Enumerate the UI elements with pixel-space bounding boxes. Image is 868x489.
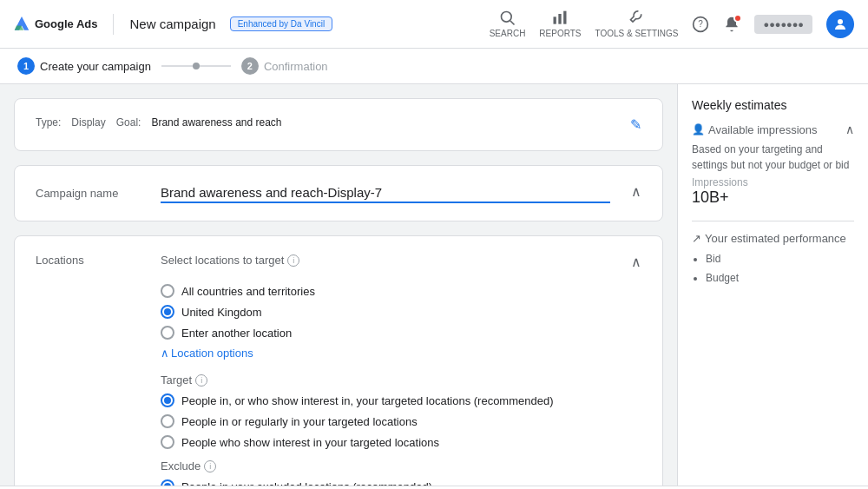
impressions-value: 10B+ [692,188,854,207]
step-2-label: Confirmation [264,60,328,73]
nav-left: Google Ads New campaign Enhanced by Da V… [14,14,332,35]
tools-icon [628,10,646,27]
locations-row: Locations Select locations to target i ∧… [36,254,641,486]
reports-nav-button[interactable]: REPORTS [539,10,581,38]
location-option-all[interactable]: All countries and territories [161,284,641,298]
locations-info-icon[interactable]: i [287,254,299,267]
target-option-3[interactable]: People who show interest in your targete… [161,435,641,449]
impressions-value-section: Impressions 10B+ [692,176,854,207]
step-1: 1 Create your campaign [17,57,151,75]
location-radio-uk [161,305,174,319]
locations-section-header: Select locations to target i ∧ [161,254,641,274]
target-radio-3 [161,435,174,449]
type-value: Display [71,116,105,129]
campaign-name-card: Campaign name ∧ [14,165,663,221]
app-name-label: Google Ads [35,17,97,30]
target-info-icon[interactable]: i [195,374,207,387]
est-item-budget: Budget [706,269,854,288]
campaign-name-input[interactable] [161,183,610,203]
impressions-section-header: 👤 Available impressions ∧ [692,122,854,136]
impressions-header-left: 👤 Available impressions [692,123,818,136]
locations-collapse-button[interactable]: ∧ [631,254,641,270]
enhanced-label: Enhanced by Da Vincil [238,19,325,29]
reports-nav-label: REPORTS [539,29,581,38]
est-performance-header: ↗ Your estimated performance [692,232,854,245]
campaign-name-collapse-button[interactable]: ∧ [631,183,641,200]
tools-nav-label: TOOLS & SETTINGS [595,29,679,38]
connector-line [161,65,231,67]
type-row: Type: Display Goal: Brand awareness and … [36,116,282,129]
exclude-label: Exclude i [161,459,641,472]
bottom-bar: Export CSV [0,486,868,489]
target-label: Target i [161,373,641,387]
step-2: 2 Confirmation [241,57,328,75]
campaign-name-label: New campaign [129,17,215,31]
target-radio-1 [161,393,174,407]
main-layout: Type: Display Goal: Brand awareness and … [0,84,868,486]
tools-nav-button[interactable]: TOOLS & SETTINGS [595,10,679,38]
edit-type-button[interactable]: ✎ [630,116,641,133]
svg-rect-1 [559,14,562,24]
location-radio-group: All countries and territories United Kin… [161,284,641,340]
notifications-button[interactable] [723,16,740,33]
top-navigation: Google Ads New campaign Enhanced by Da V… [0,0,868,49]
type-card-header: Type: Display Goal: Brand awareness and … [36,116,641,133]
target-section: Target i People in, or who show interest… [161,373,641,449]
connector-dot [193,63,200,69]
trend-icon: ↗ [692,232,701,245]
weekly-estimates-sidebar: Weekly estimates 👤 Available impressions… [677,84,868,486]
location-radio-all [161,284,174,298]
est-performance-list: Bid Budget [692,250,854,287]
svg-rect-2 [564,11,567,24]
steps-bar: 1 Create your campaign 2 Confirmation [0,49,868,84]
est-performance-label: Your estimated performance [705,232,846,245]
target-option-2[interactable]: People in or regularly in your targeted … [161,414,641,428]
sidebar-title: Weekly estimates [692,98,854,112]
locations-card: Locations Select locations to target i ∧… [14,235,663,486]
campaign-name-row: Campaign name ∧ [36,183,641,203]
impressions-description: Based on your targeting and settings but… [692,142,854,173]
select-locations-label: Select locations to target i [161,254,299,267]
svg-point-5 [838,19,843,24]
step-2-circle: 2 [241,57,259,75]
location-option-another[interactable]: Enter another location [161,326,641,340]
avatar-icon [832,17,848,32]
enhanced-badge: Enhanced by Da Vincil [230,17,332,31]
target-radio-group: People in, or who show interest in, your… [161,393,641,449]
est-item-bid: Bid [706,250,854,269]
impressions-sublabel: Impressions [692,176,854,188]
search-nav-button[interactable]: SEARCH [490,10,526,38]
campaign-name-label: Campaign name [36,187,140,200]
step-1-circle: 1 [17,57,35,75]
account-placeholder: ●●●●●●● [763,19,804,30]
search-icon [499,10,516,27]
exclude-radio-1 [161,479,174,486]
nav-logo: Google Ads [14,17,97,32]
est-performance-section: ↗ Your estimated performance Bid Budget [692,232,854,287]
step-1-label: Create your campaign [40,60,151,73]
nav-right: SEARCH REPORTS TOOLS & SETTINGS ? ●●●●●●… [490,10,854,38]
nav-divider [113,14,114,35]
user-avatar[interactable] [826,10,854,38]
exclude-section: Exclude i People in your excluded locati… [161,459,641,486]
exclude-info-icon[interactable]: i [204,460,216,472]
help-icon: ? [692,16,709,33]
svg-rect-0 [554,17,556,23]
exclude-radio-group: People in your excluded locations (recom… [161,479,641,486]
impressions-label: Available impressions [708,123,818,136]
location-options-link[interactable]: ∧ Location options [161,347,641,360]
locations-label: Locations [36,254,140,267]
svg-text:?: ? [699,19,704,29]
target-radio-2 [161,414,174,428]
impressions-collapse-icon[interactable]: ∧ [845,122,854,136]
content-area: Type: Display Goal: Brand awareness and … [0,84,677,486]
location-option-uk[interactable]: United Kingdom [161,305,641,319]
account-selector[interactable]: ●●●●●●● [754,15,812,34]
help-nav-button[interactable]: ? [692,16,709,33]
impressions-section: 👤 Available impressions ∧ Based on your … [692,122,854,207]
exclude-option-1[interactable]: People in your excluded locations (recom… [161,479,641,486]
goal-value: Brand awareness and reach [151,116,281,129]
target-option-1[interactable]: People in, or who show interest in, your… [161,393,641,407]
step-connector [161,65,231,67]
google-ads-logo-icon [14,17,30,32]
